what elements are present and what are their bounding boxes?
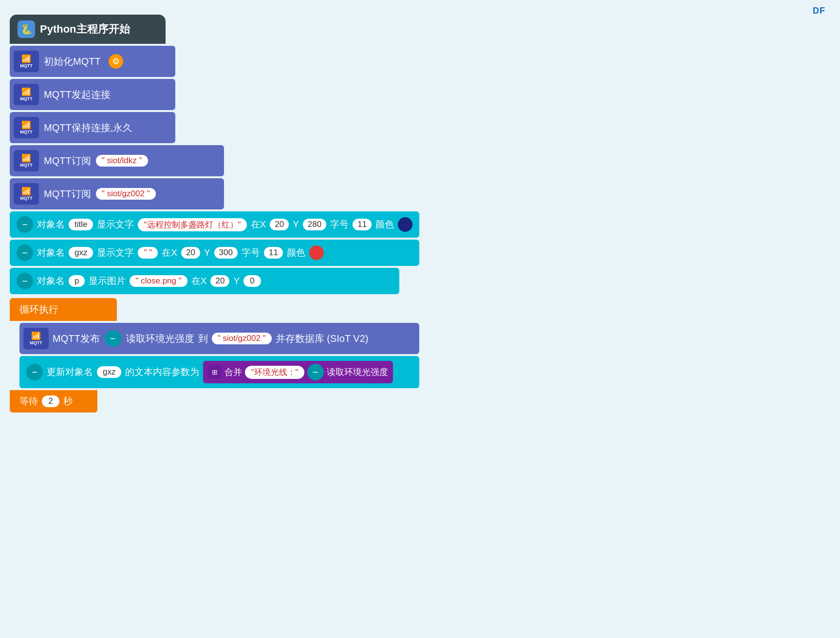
- publish-read-label: 读取环境光强度: [126, 332, 194, 345]
- disp1-color-blue: [398, 217, 412, 232]
- combine-label: 合并: [224, 366, 242, 378]
- disp1-color-label: 颜色: [375, 218, 394, 231]
- disp1-x-label: 在X: [251, 218, 266, 231]
- wifi-icon: 📶: [21, 55, 31, 63]
- mqtt-keep-label: MQTT保持连接,永久: [44, 121, 132, 134]
- display-gxz-block: − 对象名 gxz 显示文字 " " 在X 20 Y 300 字号 11 颜色: [10, 240, 419, 266]
- display-icon-1: −: [17, 216, 33, 233]
- disp1-string: "远程控制多盏路灯（红）": [138, 218, 246, 231]
- disp2-prefix: 对象名: [37, 246, 65, 259]
- wifi-icon-3: 📶: [21, 154, 31, 162]
- disp2-action: 显示文字: [97, 246, 134, 259]
- wait-value: 2: [42, 395, 59, 407]
- publish-read-icon: −: [105, 330, 121, 347]
- display-p-block: − 对象名 p 显示图片 " close.png " 在X 20 Y 0: [10, 268, 399, 294]
- mqtt-text-5: MQTT: [30, 340, 42, 345]
- disp3-string: " close.png ": [130, 275, 187, 287]
- mqtt-text-2: MQTT: [20, 130, 33, 134]
- mqtt-icon-1: 📶 MQTT: [14, 84, 39, 105]
- update-gxz-block: − 更新对象名 gxz 的文本内容参数为 ⊞ 合并 "环境光线：" − 读取环境…: [19, 356, 419, 388]
- mqtt-keep-block: 📶 MQTT MQTT保持连接,永久: [10, 112, 175, 143]
- wait-block: 等待 2 秒: [10, 390, 97, 413]
- disp1-y-label: Y: [293, 219, 299, 230]
- disp1-x-val: 20: [270, 219, 289, 230]
- display-icon-3: −: [17, 273, 33, 289]
- update-action: 的文本内容参数为: [125, 366, 199, 378]
- wifi-icon-5: 📶: [31, 332, 41, 340]
- publish-label: MQTT发布: [53, 332, 100, 345]
- mqtt-connect-block: 📶 MQTT MQTT发起连接: [10, 79, 175, 110]
- disp3-prefix: 对象名: [37, 275, 65, 287]
- mqtt-sub1-block: 📶 MQTT MQTT订阅 " siot/ldkz ": [10, 145, 224, 176]
- disp2-x-label: 在X: [162, 246, 177, 259]
- disp3-x-val: 20: [210, 275, 229, 287]
- mqtt-icon-0: 📶 MQTT: [14, 51, 39, 72]
- python-main-block: 🐍 Python主程序开始: [10, 15, 166, 44]
- df-label: DF: [813, 6, 825, 16]
- disp1-size-label: 字号: [330, 218, 349, 231]
- loop-body: 📶 MQTT MQTT发布 − 读取环境光强度 到 " siot/gz002 "…: [19, 321, 419, 388]
- disp1-obj: title: [69, 219, 93, 230]
- update-icon: −: [26, 364, 43, 380]
- blocks-container: 🐍 Python主程序开始 📶 MQTT 初始化MQTT ⚙ 📶 MQTT MQ…: [10, 15, 419, 413]
- mqtt-icon-2: 📶 MQTT: [14, 117, 39, 138]
- mqtt-sub2-label: MQTT订阅: [44, 188, 91, 201]
- disp2-y-label: Y: [204, 247, 210, 258]
- mqtt-init-label: 初始化MQTT: [44, 55, 101, 68]
- update-prefix: 更新对象名: [47, 366, 93, 378]
- combine-string: "环境光线：": [245, 366, 304, 379]
- combine-block: ⊞ 合并 "环境光线：" − 读取环境光强度: [203, 361, 392, 383]
- wifi-icon-4: 📶: [21, 188, 31, 195]
- mqtt-connect-label: MQTT发起连接: [44, 88, 111, 101]
- mqtt-icon-4: 📶 MQTT: [14, 183, 39, 205]
- combine-icon: ⊞: [208, 365, 222, 379]
- loop-container: 循环执行 📶 MQTT MQTT发布 − 读取环境光强度 到 " siot/gz…: [10, 296, 419, 413]
- mqtt-publish-block: 📶 MQTT MQTT发布 − 读取环境光强度 到 " siot/gz002 "…: [19, 323, 419, 354]
- disp1-action: 显示文字: [97, 218, 134, 231]
- mqtt-text-3: MQTT: [20, 163, 33, 168]
- disp3-action: 显示图片: [89, 275, 126, 287]
- combine-read-label: 读取环境光强度: [327, 366, 388, 378]
- mqtt-text: MQTT: [20, 63, 33, 68]
- mqtt-text-4: MQTT: [20, 196, 33, 201]
- disp3-y-val: 0: [243, 275, 261, 287]
- display-icon-2: −: [17, 244, 33, 261]
- disp2-y-val: 300: [214, 247, 238, 259]
- mqtt-sub1-topic: " siot/ldkz ": [96, 155, 148, 167]
- disp3-y-label: Y: [233, 276, 240, 286]
- publish-topic: " siot/gz002 ": [212, 333, 272, 344]
- disp3-x-label: 在X: [191, 275, 207, 287]
- mqtt-init-block: 📶 MQTT 初始化MQTT ⚙: [10, 46, 175, 77]
- wifi-icon-1: 📶: [21, 88, 31, 96]
- update-obj: gxz: [97, 366, 121, 378]
- mqtt-icon-3: 📶 MQTT: [14, 150, 39, 171]
- display-title-block: − 对象名 title 显示文字 "远程控制多盏路灯（红）" 在X 20 Y 2…: [10, 211, 419, 238]
- wait-prefix: 等待: [19, 395, 38, 408]
- wait-suffix: 秒: [63, 395, 73, 408]
- loop-header: 循环执行: [10, 298, 117, 321]
- wifi-icon-2: 📶: [21, 121, 31, 129]
- mqtt-sub2-block: 📶 MQTT MQTT订阅 " siot/gz002 ": [10, 178, 224, 209]
- publish-to: 到: [198, 332, 208, 345]
- disp2-x-val: 20: [181, 247, 200, 259]
- mqtt-text-1: MQTT: [20, 96, 33, 101]
- disp1-y-val: 280: [303, 219, 326, 230]
- disp1-prefix: 对象名: [37, 218, 65, 231]
- disp3-obj: p: [69, 275, 85, 287]
- disp2-color-label: 颜色: [287, 246, 305, 259]
- disp1-size-val: 11: [353, 219, 372, 230]
- disp2-size-val: 11: [264, 247, 283, 259]
- combine-read-icon: −: [307, 364, 324, 380]
- mqtt-icon-5: 📶 MQTT: [23, 328, 49, 349]
- python-icon: 🐍: [18, 20, 35, 38]
- disp2-obj: gxz: [69, 247, 93, 259]
- disp2-string: " ": [138, 247, 158, 259]
- gear-button[interactable]: ⚙: [109, 54, 123, 69]
- disp2-color-red: [309, 245, 324, 260]
- mqtt-sub1-label: MQTT订阅: [44, 154, 91, 168]
- disp2-size-label: 字号: [242, 246, 260, 259]
- mqtt-sub2-topic: " siot/gz002 ": [96, 188, 156, 200]
- loop-label: 循环执行: [19, 304, 58, 315]
- python-main-label: Python主程序开始: [40, 22, 130, 37]
- publish-save: 并存数据库 (SIoT V2): [276, 332, 369, 345]
